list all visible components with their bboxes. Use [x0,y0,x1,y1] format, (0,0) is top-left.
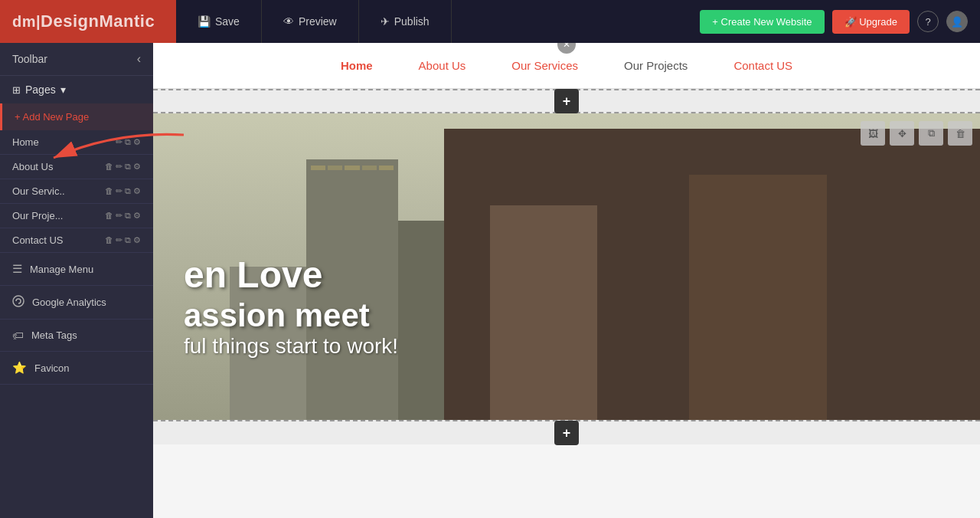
about-settings-icon[interactable]: ⚙ [133,162,141,172]
page-item-about[interactable]: About Us 🗑 ✏ ⧉ ⚙ [0,155,153,179]
upgrade-label: 🚀 Upgrade [844,16,897,28]
top-actions: 💾 Save 👁 Preview ✈ Publish [176,0,700,43]
sidebar-collapse-button[interactable]: ‹ [137,52,141,66]
pages-label: Pages [25,84,56,96]
services-edit-icon[interactable]: ✏ [116,186,122,196]
page-name-contact: Contact US [12,234,102,246]
page-item-projects[interactable]: Our Proje... 🗑 ✏ ⧉ ⚙ [0,204,153,228]
add-section-bottom-button[interactable]: + [554,421,579,445]
favicon-icon: ⭐ [12,361,27,375]
nav-link-about[interactable]: About Us [419,59,466,72]
hero-text-line3: ful things start to work! [184,334,949,359]
add-section-top: + [153,89,980,113]
home-page-actions: ✏ ⧉ ⚙ [116,137,141,147]
website-preview: ✕ Home About Us Our Services Our Project… [153,43,980,518]
projects-delete-icon[interactable]: 🗑 [105,211,113,221]
services-delete-icon[interactable]: 🗑 [105,186,113,196]
projects-page-actions: 🗑 ✏ ⧉ ⚙ [105,211,141,221]
sidebar-item-manage-menu[interactable]: ☰ Manage Menu [0,253,153,286]
about-edit-icon[interactable]: ✏ [116,162,122,172]
home-edit-icon[interactable]: ✏ [116,137,122,147]
add-section-top-button[interactable]: + [554,89,579,113]
main-layout: Toolbar ‹ ⊞ Pages ▾ + Add New Page [0,43,980,518]
user-avatar[interactable]: 👤 [946,11,968,32]
save-icon: 💾 [198,15,211,28]
about-page-actions: 🗑 ✏ ⧉ ⚙ [105,162,141,172]
about-copy-icon[interactable]: ⧉ [125,162,131,172]
section-delete-button[interactable]: 🗑 [948,121,972,146]
svg-point-1 [13,296,24,307]
preview-label: Preview [299,15,337,28]
create-new-website-button[interactable]: + Create New Website [700,10,824,34]
home-settings-icon[interactable]: ⚙ [133,137,141,147]
services-page-actions: 🗑 ✏ ⧉ ⚙ [105,186,141,196]
section-copy-button[interactable]: ⧉ [919,121,943,146]
nav-links: Home About Us Our Services Our Projects … [341,59,792,72]
projects-settings-icon[interactable]: ⚙ [133,211,141,221]
hero-section: 🖼 ✥ ⧉ 🗑 en Love assion meet ful things s… [153,113,980,420]
pages-icon: ⊞ [12,84,21,96]
contact-delete-icon[interactable]: 🗑 [105,235,113,245]
google-analytics-icon [12,295,24,310]
preview-button[interactable]: 👁 Preview [262,0,359,43]
logo-dm: dm| [12,13,41,30]
page-name-projects: Our Proje... [12,210,102,221]
hero-text-line1: en Love [184,253,949,297]
projects-edit-icon[interactable]: ✏ [116,211,122,221]
nav-link-projects[interactable]: Our Projects [624,59,688,72]
logo: dm|DesignMantic [12,11,155,31]
pages-header[interactable]: ⊞ Pages ▾ [0,76,153,103]
save-button[interactable]: 💾 Save [176,0,262,43]
pages-dropdown-icon: ▾ [60,84,66,96]
page-item-contact[interactable]: Contact US 🗑 ✏ ⧉ ⚙ [0,228,153,253]
site-navigation: ✕ Home About Us Our Services Our Project… [153,43,980,89]
hero-content: en Love assion meet ful things start to … [153,253,980,359]
preview-icon: 👁 [283,15,294,28]
user-icon: 👤 [951,16,963,28]
contact-page-actions: 🗑 ✏ ⧉ ⚙ [105,235,141,245]
about-delete-icon[interactable]: 🗑 [105,162,113,172]
add-new-page-button[interactable]: + Add New Page [0,103,153,130]
sidebar-item-favicon[interactable]: ⭐ Favicon [0,352,153,385]
logo-area: dm|DesignMantic [0,0,176,43]
sidebar-toolbar: Toolbar ‹ [0,43,153,76]
home-copy-icon[interactable]: ⧉ [125,137,131,147]
section-actions: 🖼 ✥ ⧉ 🗑 [861,121,972,146]
create-new-label: + Create New Website [712,16,812,28]
help-icon: ? [925,16,930,28]
help-button[interactable]: ? [917,11,939,32]
upgrade-button[interactable]: 🚀 Upgrade [832,10,910,34]
page-name-home: Home [12,136,113,148]
google-analytics-label: Google Analytics [32,297,106,308]
logo-brand: DesignMantic [41,11,155,31]
toolbar-label: Toolbar [12,53,47,65]
page-name-services: Our Servic.. [12,185,102,197]
top-right-actions: + Create New Website 🚀 Upgrade ? 👤 [700,10,980,34]
nav-link-services[interactable]: Our Services [511,59,578,72]
section-move-button[interactable]: ✥ [890,121,914,146]
manage-menu-label: Manage Menu [30,264,93,275]
section-image-button[interactable]: 🖼 [861,121,885,146]
contact-copy-icon[interactable]: ⧉ [125,235,131,245]
publish-button[interactable]: ✈ Publish [359,0,452,43]
services-copy-icon[interactable]: ⧉ [125,186,131,196]
contact-settings-icon[interactable]: ⚙ [133,235,141,245]
meta-tags-icon: 🏷 [12,329,24,342]
publish-label: Publish [394,15,430,28]
add-section-bottom: + [153,420,980,444]
favicon-label: Favicon [34,362,70,374]
services-settings-icon[interactable]: ⚙ [133,186,141,196]
page-item-services[interactable]: Our Servic.. 🗑 ✏ ⧉ ⚙ [0,179,153,204]
hero-text-line2: assion meet [184,297,949,334]
nav-link-contact[interactable]: Contact US [733,59,792,72]
sidebar-item-google-analytics[interactable]: Google Analytics [0,286,153,320]
projects-copy-icon[interactable]: ⧉ [125,211,131,221]
page-name-about: About Us [12,161,102,172]
page-item-home[interactable]: Home ✏ ⧉ ⚙ [0,130,153,155]
meta-tags-label: Meta Tags [31,329,77,341]
nav-close-button[interactable]: ✕ [557,43,576,54]
canvas-area: ✕ Home About Us Our Services Our Project… [153,43,980,518]
nav-link-home[interactable]: Home [341,59,373,72]
contact-edit-icon[interactable]: ✏ [116,235,122,245]
sidebar-item-meta-tags[interactable]: 🏷 Meta Tags [0,320,153,352]
